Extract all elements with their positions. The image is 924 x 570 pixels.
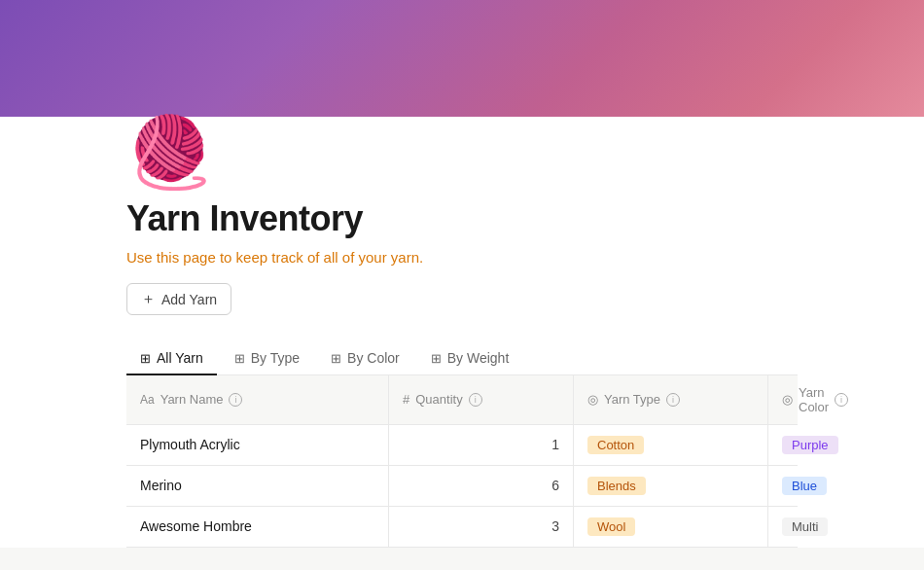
table-row[interactable]: Merino 6 Blends Blue (126, 466, 798, 507)
grid-icon-weight: ⊞ (431, 351, 442, 366)
table-header: Aa Yarn Name i # Quantity i ◎ Yarn Type … (126, 375, 798, 425)
cell-color-1: Purple (768, 425, 852, 465)
text-icon: Aa (140, 393, 155, 407)
plus-icon: ＋ (141, 290, 156, 308)
badge-wool: Wool (587, 517, 635, 536)
color-icon: ◎ (782, 392, 793, 407)
info-icon-type[interactable]: i (666, 393, 680, 407)
page-title: Yarn Inventory (126, 198, 798, 239)
cell-qty-2: 6 (389, 466, 574, 506)
tab-all-yarn[interactable]: ⊞ All Yarn (126, 342, 217, 375)
cell-qty-1: 1 (389, 425, 574, 465)
info-icon-qty[interactable]: i (469, 393, 482, 407)
badge-cotton: Cotton (587, 436, 644, 454)
cell-name-1: Plymouth Acrylic (126, 425, 389, 465)
page-subtitle: Use this page to keep track of all of yo… (126, 249, 798, 266)
tabs-row: ⊞ All Yarn ⊞ By Type ⊞ By Color ⊞ By Wei… (126, 342, 798, 375)
cell-color-2: Blue (768, 466, 840, 506)
tab-by-color[interactable]: ⊞ By Color (317, 342, 413, 375)
cell-color-3: Multi (768, 507, 841, 547)
cell-name-3: Awesome Hombre (126, 507, 389, 547)
table-row[interactable]: Awesome Hombre 3 Wool Multi (126, 507, 798, 548)
tab-by-weight[interactable]: ⊞ By Weight (417, 342, 523, 375)
cell-type-1: Cotton (574, 425, 768, 465)
page-icon: 🧶 (126, 117, 798, 187)
table: Aa Yarn Name i # Quantity i ◎ Yarn Type … (126, 375, 798, 548)
hash-icon: # (403, 392, 409, 407)
type-icon: ◎ (587, 392, 598, 407)
cell-type-3: Wool (574, 507, 768, 547)
badge-blends: Blends (587, 477, 646, 495)
cell-type-2: Blends (574, 466, 768, 506)
grid-icon: ⊞ (140, 351, 151, 366)
col-yarn-name: Aa Yarn Name i (126, 375, 389, 424)
tab-by-type[interactable]: ⊞ By Type (221, 342, 313, 375)
add-yarn-button[interactable]: ＋ Add Yarn (126, 283, 231, 315)
col-yarn-color: ◎ Yarn Color i (768, 375, 862, 424)
grid-icon-type: ⊞ (234, 351, 245, 366)
table-row[interactable]: Plymouth Acrylic 1 Cotton Purple (126, 425, 798, 466)
col-quantity: # Quantity i (389, 375, 574, 424)
badge-multi: Multi (782, 517, 828, 536)
add-yarn-label: Add Yarn (161, 292, 217, 307)
info-icon-name[interactable]: i (229, 393, 242, 407)
cell-name-2: Merino (126, 466, 389, 506)
page-content: 🧶 Yarn Inventory Use this page to keep t… (0, 117, 924, 548)
cell-qty-3: 3 (389, 507, 574, 547)
grid-icon-color: ⊞ (331, 351, 341, 366)
col-yarn-type: ◎ Yarn Type i (574, 375, 768, 424)
badge-purple: Purple (782, 436, 838, 454)
badge-blue: Blue (782, 477, 827, 495)
info-icon-color[interactable]: i (835, 393, 848, 407)
